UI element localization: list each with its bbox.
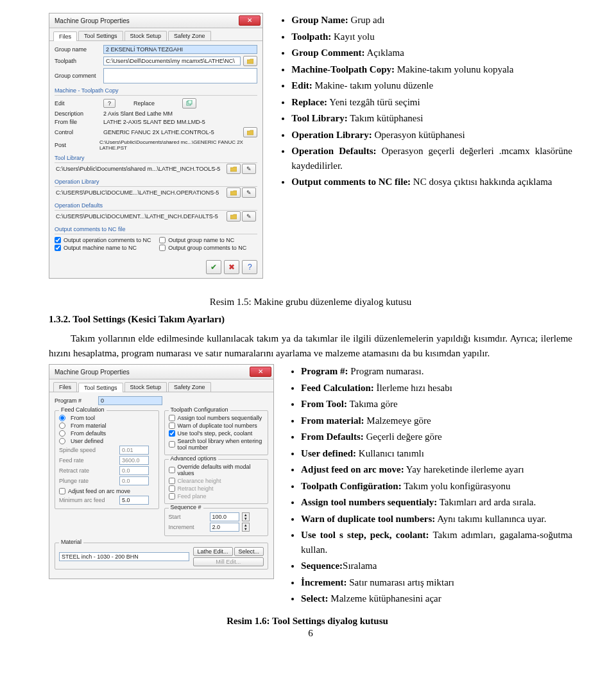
tool-lib-browse-icon[interactable] bbox=[227, 164, 241, 174]
retract-rate-input[interactable]: 0.0 bbox=[119, 466, 149, 475]
op-lib-edit-icon[interactable]: ✎ bbox=[242, 187, 256, 198]
material-group: Material STEEL inch - 1030 - 200 BHN Lat… bbox=[55, 543, 268, 570]
replace-icon[interactable] bbox=[182, 98, 196, 109]
group-comment-input[interactable] bbox=[103, 68, 257, 83]
lathe-edit-button[interactable]: Lathe Edit... bbox=[193, 547, 233, 556]
toolpath-input[interactable]: C:\Users\Dell\Documents\my mcamx5\LATHE\… bbox=[103, 57, 241, 65]
list-item: Group Name: Grup adı bbox=[291, 13, 572, 28]
machine-group-properties-tool-settings-dialog: Machine Group Properties ✕ Files Tool Se… bbox=[49, 364, 274, 579]
list-item: Feed Calculation: İlerleme hızı hesabı bbox=[301, 381, 572, 396]
tab-tool-settings[interactable]: Tool Settings bbox=[78, 31, 123, 40]
updown-icon[interactable]: ▴▾ bbox=[242, 512, 250, 521]
chk-clearance-height[interactable]: Clearance height bbox=[169, 478, 264, 484]
radio-from-defaults[interactable]: From defaults bbox=[59, 430, 155, 437]
op-lib-browse-icon[interactable] bbox=[227, 187, 241, 198]
tab-safety-zone[interactable]: Safety Zone bbox=[168, 382, 211, 392]
tab-tool-settings[interactable]: Tool Settings bbox=[78, 383, 123, 392]
close-icon[interactable]: ✕ bbox=[239, 15, 261, 26]
group-name-input[interactable]: 2 EKSENLİ TORNA TEZGAHI bbox=[103, 45, 257, 54]
close-icon[interactable]: ✕ bbox=[250, 367, 271, 377]
post-value: C:\Users\Public\Documents\shared mc...\G… bbox=[99, 139, 257, 151]
seq-start-input[interactable]: 100.0 bbox=[210, 512, 239, 521]
updown-icon[interactable]: ▴▾ bbox=[242, 523, 250, 532]
chk-machine-name[interactable]: Output machine name to NC bbox=[55, 245, 153, 251]
caption-1-6: Resim 1.6: Tool Settings diyalog kutusu bbox=[42, 616, 572, 627]
list-item: Toolpath: Kayıt yolu bbox=[291, 30, 572, 44]
tab-files[interactable]: Files bbox=[53, 31, 77, 41]
op-def-browse-icon[interactable] bbox=[227, 211, 241, 222]
op-library-header: Operation Library bbox=[55, 178, 257, 185]
chk-group-name[interactable]: Output group name to NC bbox=[159, 237, 257, 243]
list-item: Select: Malzeme kütüphanesini açar bbox=[301, 591, 572, 606]
list-item: Tool Library: Takım kütüphanesi bbox=[291, 111, 572, 126]
plunge-rate-input[interactable]: 0.0 bbox=[119, 476, 149, 485]
tab-stock-setup[interactable]: Stock Setup bbox=[124, 382, 167, 392]
radio-from-tool[interactable]: From tool bbox=[59, 415, 155, 421]
replace-label: Replace bbox=[133, 100, 180, 107]
intro-paragraph: Takım yollarının elde edilmesinde kullan… bbox=[49, 331, 572, 360]
chk-feed-plane[interactable]: Feed plane bbox=[169, 493, 264, 500]
chk-group-comments[interactable]: Output group comments to NC bbox=[159, 245, 257, 251]
dialog1-title: Machine Group Properties bbox=[55, 17, 130, 24]
feed-rate-label: Feed rate bbox=[59, 457, 117, 464]
spindle-speed-input[interactable]: 0.01 bbox=[119, 446, 149, 455]
fromfile-value: LATHE 2-AXIS SLANT BED MM.LMD-5 bbox=[103, 119, 205, 125]
caption-1-5: Resim 1.5: Makine grubu düzenleme diyalo… bbox=[49, 297, 572, 308]
program-number-input[interactable]: 0 bbox=[98, 396, 162, 405]
chk-assign-sequential[interactable]: Assign tool numbers sequentially bbox=[169, 415, 264, 421]
chk-search-library[interactable]: Search tool library when entering tool n… bbox=[169, 438, 264, 451]
op-def-path: C:\USERS\PUBLIC\DOCUMENT...\LATHE_INCH.D… bbox=[56, 213, 218, 220]
list-item: Warn of duplicate tool numbers: Aynı tak… bbox=[301, 512, 572, 526]
tool-lib-path: C:\Users\Public\Documents\shared m...\LA… bbox=[56, 166, 220, 172]
spindle-speed-label: Spindle speed bbox=[59, 447, 117, 453]
tab-files[interactable]: Files bbox=[53, 382, 77, 392]
machine-toolpath-copy-header: Machine - Toolpath Copy bbox=[55, 87, 257, 94]
section-heading-1-3-2: 1.3.2. Tool Settings (Kesici Takım Ayarl… bbox=[49, 314, 572, 325]
control-browse-icon[interactable] bbox=[243, 127, 257, 137]
list-item: Machine-Toolpath Copy: Makine-takım yolu… bbox=[291, 62, 572, 77]
list-item: User defined: Kullanıcı tanımlı bbox=[301, 446, 572, 461]
tab-stock-setup[interactable]: Stock Setup bbox=[124, 31, 167, 40]
seq-increment-input[interactable]: 2.0 bbox=[210, 523, 239, 532]
control-value: GENERIC FANUC 2X LATHE.CONTROL-5 bbox=[103, 129, 214, 135]
op-def-edit-icon[interactable]: ✎ bbox=[242, 211, 256, 222]
plunge-rate-label: Plunge rate bbox=[59, 478, 117, 484]
select-button[interactable]: Select... bbox=[234, 547, 264, 556]
chk-op-comments[interactable]: Output operation comments to NC bbox=[55, 237, 153, 243]
tool-library-header: Tool Library bbox=[55, 155, 257, 161]
tool-lib-edit-icon[interactable]: ✎ bbox=[242, 164, 256, 174]
min-arc-feed-label: Minimum arc feed bbox=[59, 497, 117, 503]
list-item: Use tool s step, peck, coolant: Takım ad… bbox=[301, 528, 572, 557]
post-label: Post bbox=[55, 142, 97, 148]
chk-override-modal[interactable]: Override defaults with modal values bbox=[169, 464, 264, 476]
feed-rate-input[interactable]: 3600.0 bbox=[119, 456, 149, 465]
material-input[interactable]: STEEL inch - 1030 - 200 BHN bbox=[59, 552, 189, 561]
toolpath-label: Toolpath bbox=[55, 58, 101, 64]
chk-retract-height[interactable]: Retract height bbox=[169, 485, 264, 492]
list-item: Sequence:Sıralama bbox=[301, 559, 572, 573]
chk-use-step-peck[interactable]: Use tool's step, peck, coolant bbox=[169, 430, 264, 437]
radio-user-defined[interactable]: User defined bbox=[59, 438, 155, 444]
radio-from-material[interactable]: From material bbox=[59, 422, 155, 429]
description-value: 2 Axis Slant Bed Lathe MM bbox=[103, 110, 173, 117]
sequence-group: Sequence # Start100.0▴▾ Increment2.0▴▾ bbox=[164, 508, 269, 536]
page-number: 6 bbox=[49, 628, 572, 639]
chk-warn-duplicate[interactable]: Warn of duplicate tool numbers bbox=[169, 422, 264, 429]
cancel-button[interactable]: ✖ bbox=[224, 260, 239, 274]
list-item: Program #: Program numarası. bbox=[301, 364, 572, 379]
list-item: Output comments to NC file: NC dosya çık… bbox=[291, 175, 572, 189]
tab-safety-zone[interactable]: Safety Zone bbox=[168, 31, 211, 40]
seq-start-label: Start bbox=[169, 514, 207, 520]
toolpath-configuration-group: Toolpath Configuration Assign tool numbe… bbox=[164, 410, 269, 455]
ok-button[interactable]: ✔ bbox=[206, 260, 221, 274]
chk-adjust-feed-arc[interactable]: Adjust feed on arc move bbox=[59, 488, 155, 494]
edit-button[interactable]: ? bbox=[103, 99, 116, 108]
mill-edit-button[interactable]: Mill Edit... bbox=[193, 557, 264, 566]
browse-folder-icon[interactable] bbox=[243, 56, 257, 66]
list-item: From Defaults: Geçerli değere göre bbox=[301, 430, 572, 444]
min-arc-feed-input[interactable]: 5.0 bbox=[119, 496, 149, 505]
advanced-options-group: Advanced options Override defaults with … bbox=[164, 459, 269, 504]
help-button[interactable]: ? bbox=[242, 260, 257, 274]
dialog1-tabs: Files Tool Settings Stock Setup Safety Z… bbox=[49, 28, 262, 41]
machine-group-properties-files-dialog: Machine Group Properties ✕ Files Tool Se… bbox=[49, 13, 263, 279]
